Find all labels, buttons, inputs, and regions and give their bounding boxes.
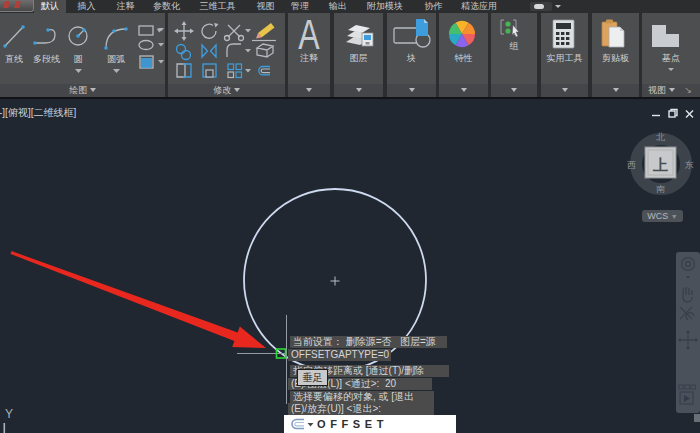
svg-text:Y: Y — [5, 407, 13, 421]
svg-text:南: 南 — [656, 184, 665, 194]
svg-text:上: 上 — [652, 156, 668, 173]
svg-text:东: 东 — [684, 160, 694, 170]
svg-text:西: 西 — [627, 160, 636, 170]
svg-text:北: 北 — [656, 132, 665, 142]
